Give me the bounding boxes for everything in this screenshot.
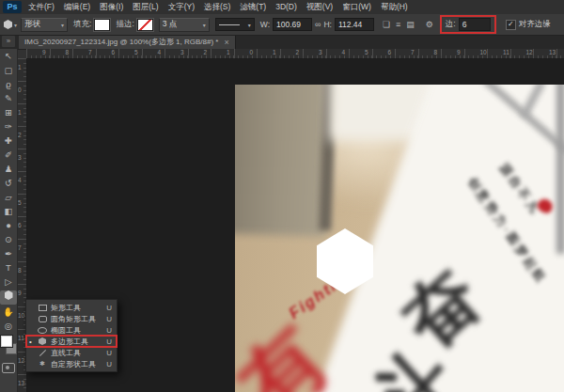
menu-item-5[interactable]: 选择(S): [199, 0, 235, 14]
collapse-panels-button[interactable]: »: [2, 36, 15, 47]
flyout-item-label: 自定形状工具: [51, 359, 96, 369]
stroke-label: 描边:: [116, 19, 133, 30]
blur-tool[interactable]: ●: [0, 218, 17, 232]
foreground-color-swatch[interactable]: [1, 336, 12, 347]
align-edges-label: 对齐边缘: [519, 19, 551, 30]
gear-icon[interactable]: ⚙: [423, 20, 436, 29]
menu-item-2[interactable]: 图像(I): [95, 0, 128, 14]
width-input[interactable]: 100.69: [273, 18, 312, 31]
flyout-item-label: 圆角矩形工具: [51, 314, 96, 324]
hruler-number: 9: [42, 49, 46, 55]
polygon-shape-tool[interactable]: [0, 290, 17, 305]
path-alignment-icon[interactable]: ≡: [393, 20, 403, 29]
quick-selection-tool[interactable]: ✎: [0, 91, 17, 105]
rrect-icon: [38, 316, 47, 322]
flyout-item-label: 直线工具: [51, 348, 81, 358]
ellipse-icon: [38, 327, 47, 334]
eyedropper-tool[interactable]: ✑: [0, 119, 17, 133]
flyout-item-shortcut: U: [106, 304, 112, 312]
color-swatches[interactable]: [0, 335, 17, 359]
hruler-number: 0: [250, 49, 254, 55]
poly-icon: [38, 337, 47, 345]
hruler-number: 4: [158, 49, 162, 55]
hruler-number: 10: [480, 49, 487, 55]
align-edges-checkbox[interactable]: ✓: [506, 20, 516, 30]
gradient-tool[interactable]: ◧: [0, 204, 17, 218]
vruler-number: 8: [18, 267, 22, 274]
tool-mode-select[interactable]: 形状 ▾: [21, 18, 68, 32]
hruler-number: 13: [549, 49, 556, 55]
height-input[interactable]: 112.44: [335, 18, 374, 31]
hruler-number: 5: [134, 49, 138, 55]
type-tool[interactable]: T: [0, 260, 17, 274]
brush-tool[interactable]: ✐: [0, 148, 17, 162]
hruler-number: 3: [319, 49, 322, 55]
lasso-tool[interactable]: ϱ: [0, 77, 17, 91]
sides-input[interactable]: 6: [459, 18, 491, 31]
document-canvas[interactable]: 奋 斗 创意势力·圆梦起航 源自不凡 Fighting 有: [235, 85, 564, 392]
eraser-tool[interactable]: ▱: [0, 190, 17, 204]
flyout-item-5[interactable]: ✱自定形状工具U: [26, 358, 117, 369]
zoom-tool[interactable]: ◎: [0, 319, 17, 333]
marquee-tool[interactable]: ▢: [0, 63, 17, 77]
path-operations-icon[interactable]: ❏: [380, 20, 393, 29]
menu-item-3[interactable]: 图层(L): [128, 0, 163, 14]
hruler-number: 7: [88, 49, 92, 55]
hruler-number: 6: [112, 49, 116, 55]
hruler-number: 1: [227, 49, 230, 55]
hruler-number: 3: [180, 49, 184, 55]
menu-item-10[interactable]: 帮助(H): [376, 0, 413, 14]
path-selection-tool[interactable]: ▷: [0, 274, 17, 289]
vruler-number: 3: [18, 154, 22, 161]
document-title: IMG_20200927_122314.jpg @ 100%(多边形 1, RG…: [24, 37, 218, 47]
close-icon[interactable]: ×: [224, 38, 228, 47]
flyout-item-shortcut: U: [106, 326, 112, 335]
quick-mask-button[interactable]: [2, 363, 15, 373]
hruler-number: 9: [457, 49, 461, 55]
path-arrangement-icon[interactable]: ▤: [403, 20, 417, 29]
crop-tool[interactable]: ⊞: [0, 105, 17, 119]
flyout-item-0[interactable]: 矩形工具U: [26, 302, 117, 313]
photoshop-logo: Ps: [3, 1, 22, 13]
move-tool[interactable]: ↖: [0, 49, 17, 63]
stroke-width-select[interactable]: 3 点 ▾: [159, 18, 210, 32]
menu-item-6[interactable]: 滤镜(T): [235, 0, 271, 14]
flyout-item-2[interactable]: 椭圆工具U: [26, 324, 117, 336]
stroke-color-swatch[interactable]: [137, 19, 153, 31]
hand-tool[interactable]: ✋: [0, 305, 17, 319]
photo-right-wall-strip: [556, 85, 564, 254]
line-icon: [38, 353, 47, 353]
menu-item-7[interactable]: 3D(D): [271, 0, 302, 14]
vruler-number: 11: [18, 335, 24, 341]
hruler-number: 2: [296, 49, 300, 55]
menu-item-0[interactable]: 文件(F): [24, 0, 59, 14]
vruler-number: 1: [18, 109, 22, 116]
vruler-number: 4: [18, 177, 22, 183]
healing-brush-tool[interactable]: ✚: [0, 133, 17, 148]
menu-item-9[interactable]: 窗口(W): [337, 0, 376, 14]
menu-item-4[interactable]: 文字(Y): [164, 0, 199, 14]
document-tab[interactable]: IMG_20200927_122314.jpg @ 100%(多边形 1, RG…: [19, 35, 236, 49]
flyout-item-4[interactable]: 直线工具U: [26, 347, 117, 358]
flyout-item-3[interactable]: •多边形工具U: [26, 336, 117, 347]
menu-item-8[interactable]: 视图(V): [302, 0, 337, 14]
pen-tool[interactable]: ✒: [0, 246, 17, 260]
hruler-number: 5: [365, 49, 368, 55]
flyout-item-label: 多边形工具: [51, 337, 88, 347]
menu-bar: Ps 文件(F)编辑(E)图像(I)图层(L)文字(Y)选择(S)滤镜(T)3D…: [0, 0, 564, 15]
hruler-number: 7: [411, 49, 415, 55]
flyout-item-1[interactable]: 圆角矩形工具U: [26, 313, 117, 324]
menu-items: 文件(F)编辑(E)图像(I)图层(L)文字(Y)选择(S)滤镜(T)3D(D)…: [24, 0, 413, 14]
flyout-item-shortcut: U: [106, 315, 112, 323]
flyout-item-label: 矩形工具: [51, 303, 81, 313]
link-dimensions-icon[interactable]: ∞: [312, 20, 323, 29]
current-tool-preview[interactable]: ▾: [0, 20, 21, 29]
height-label: H:: [323, 20, 332, 29]
history-brush-tool[interactable]: ↺: [0, 176, 17, 190]
menu-item-1[interactable]: 编辑(E): [59, 0, 95, 14]
fill-color-swatch[interactable]: [94, 19, 110, 31]
stroke-style-select[interactable]: ▾: [215, 18, 255, 31]
dodge-tool[interactable]: ⊙: [0, 232, 17, 246]
vruler-number: 6: [18, 222, 22, 228]
clone-stamp-tool[interactable]: ♟: [0, 162, 17, 176]
